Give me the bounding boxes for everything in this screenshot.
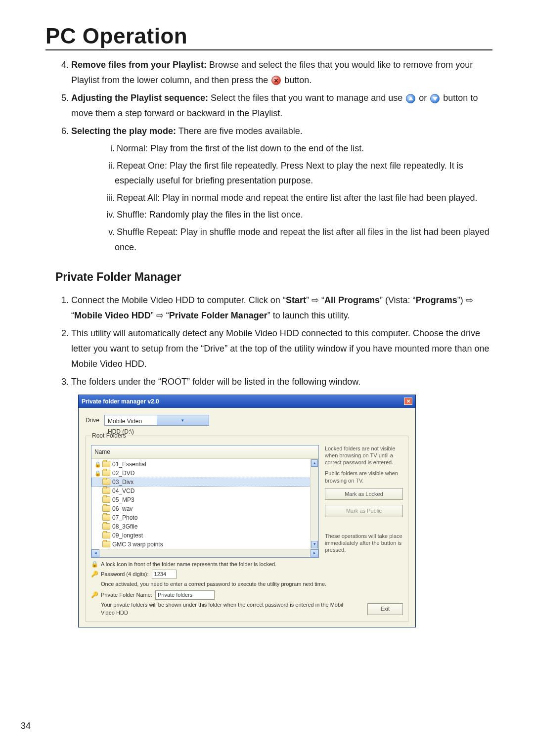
bold: Programs xyxy=(416,295,457,305)
text: Shuffle: Randomly play the files in the … xyxy=(117,210,303,220)
folder-icon xyxy=(102,505,110,512)
app-window: Private folder manager v2.0 ✕ Drive Mobi… xyxy=(78,395,416,627)
window-title: Private folder manager v2.0 xyxy=(82,397,159,406)
remove-icon xyxy=(271,76,281,85)
scroll-down-icon[interactable]: ▾ xyxy=(311,541,318,548)
info-text: Locked folders are not visible when brow… xyxy=(325,445,403,466)
text: or xyxy=(416,93,429,103)
folder-icon xyxy=(102,496,110,503)
title-divider xyxy=(45,49,492,50)
sub-item: v.Shuffle Repeat: Play in shuffle mode a… xyxy=(100,224,492,255)
mark-locked-button[interactable]: Mark as Locked xyxy=(325,488,403,500)
private-folder-input[interactable]: Private folders xyxy=(155,590,215,600)
table-row[interactable]: 🔒02_DVD xyxy=(91,469,318,478)
chevron-down-icon[interactable]: ▾ xyxy=(157,415,209,425)
root-folders-legend: Root Folders xyxy=(91,431,127,441)
move-down-icon xyxy=(430,94,440,103)
column-name: Name xyxy=(94,447,110,457)
folder-icon xyxy=(102,541,110,547)
text: Repeat One: Play the first file repeated… xyxy=(115,161,463,186)
text: ” to launch this utility. xyxy=(267,311,350,320)
folder-list[interactable]: Name 🔒01_Essential🔒02_DVD03_Divx04_VCD05… xyxy=(91,445,319,558)
vertical-scrollbar[interactable]: ▴ ▾ xyxy=(310,459,318,549)
list-item: Connect the Mobile Video HDD to computer… xyxy=(71,293,492,323)
close-icon[interactable]: ✕ xyxy=(404,398,412,405)
scroll-left-icon[interactable]: ◂ xyxy=(91,549,99,557)
roman: v. xyxy=(100,224,115,240)
folder-icon xyxy=(102,532,110,538)
item-heading: Remove files from your Playlist: xyxy=(71,60,207,70)
list-item: This utility will automatically detect a… xyxy=(71,326,492,371)
roman: iv. xyxy=(100,207,115,222)
scroll-right-icon[interactable]: ▸ xyxy=(311,549,318,557)
password-label: Password (4 digits): xyxy=(101,571,149,578)
text: ” ⇨ “ xyxy=(151,311,169,320)
window-titlebar[interactable]: Private folder manager v2.0 ✕ xyxy=(79,395,415,408)
move-up-icon xyxy=(406,94,415,103)
scroll-up-icon[interactable]: ▴ xyxy=(311,459,318,467)
private-folder-label: Private Folder Name: xyxy=(101,591,152,599)
text: ” ⇨ “ xyxy=(306,295,324,305)
folder-icon xyxy=(102,479,110,485)
page-title: PC Operation xyxy=(45,24,492,48)
text: Repeat All: Play in normal mode and repe… xyxy=(117,193,477,203)
text: Connect the Mobile Video HDD to computer… xyxy=(71,295,286,305)
table-row[interactable]: 03_Divx xyxy=(91,478,318,487)
page-number: 34 xyxy=(21,721,31,731)
horizontal-scrollbar[interactable]: ◂ ▸ xyxy=(91,549,318,557)
drive-label: Drive xyxy=(86,415,99,425)
mark-public-button[interactable]: Mark as Public xyxy=(325,505,403,517)
table-row[interactable]: GMC 3 warp points xyxy=(91,540,318,549)
info-text: Once activated, you need to enter a corr… xyxy=(101,580,403,588)
password-input[interactable]: 1234 xyxy=(152,570,177,579)
drive-select[interactable]: Mobile Video HDD (D:\) ▾ xyxy=(104,415,209,426)
bold: Mobile Video HDD xyxy=(74,311,151,320)
section-heading: Private Folder Manager xyxy=(55,267,492,287)
list-item: Selecting the play mode: There are five … xyxy=(71,124,492,255)
folder-icon xyxy=(102,523,110,530)
text: Shuffle Repeat: Play in shuffle mode and… xyxy=(115,227,490,252)
text: This utility will automatically detect a… xyxy=(71,328,489,368)
folder-icon xyxy=(102,488,110,494)
roman: iii. xyxy=(100,190,115,206)
sub-item: i.Normal: Play from the first of the lis… xyxy=(100,141,492,156)
bold: Private Folder Manager xyxy=(169,311,267,320)
table-row[interactable]: 08_3Gfile xyxy=(91,522,318,531)
item-heading: Selecting the play mode: xyxy=(71,126,176,136)
text: Normal: Play from the first of the list … xyxy=(117,143,364,153)
list-item: Remove files from your Playlist: Browse … xyxy=(71,57,492,88)
key-icon: 🔑 xyxy=(91,571,98,578)
drive-value: Mobile Video HDD (D:\) xyxy=(105,415,157,425)
text: There are five modes available. xyxy=(176,126,303,136)
key-icon: 🔑 xyxy=(91,591,98,598)
text: button. xyxy=(282,75,312,85)
table-row[interactable]: 04_VCD xyxy=(91,487,318,495)
info-text: Public folders are visible when browsing… xyxy=(325,470,403,484)
info-text: These operations will take place immedia… xyxy=(325,533,403,554)
folder-name: Other files xyxy=(112,548,315,549)
sub-item: ii.Repeat One: Play the first file repea… xyxy=(100,158,492,188)
folder-name: GMC 3 warp points xyxy=(112,539,315,549)
folder-icon xyxy=(102,470,110,476)
bold: Start xyxy=(286,295,306,305)
exit-button[interactable]: Exit xyxy=(367,603,403,615)
lock-icon: 🔒 xyxy=(94,469,100,478)
sub-item: iv.Shuffle: Randomly play the files in t… xyxy=(100,207,492,222)
roman: i. xyxy=(100,141,115,156)
text: The folders under the “ROOT” folder will… xyxy=(71,377,360,387)
item-heading: Adjusting the Playlist sequence: xyxy=(71,93,208,103)
table-row[interactable]: 🔒01_Essential xyxy=(91,460,318,469)
roman: ii. xyxy=(100,158,115,174)
lock-icon: 🔒 xyxy=(94,460,100,469)
table-row[interactable]: 06_wav xyxy=(91,504,318,513)
text: ” (Vista: “ xyxy=(380,295,416,305)
list-item: Adjusting the Playlist sequence: Select … xyxy=(71,90,492,121)
table-row[interactable]: 09_longtest xyxy=(91,531,318,540)
list-item: The folders under the “ROOT” folder will… xyxy=(71,374,492,390)
bold: All Programs xyxy=(324,295,380,305)
folder-icon xyxy=(102,461,110,467)
sub-item: iii.Repeat All: Play in normal mode and … xyxy=(100,190,492,206)
table-row[interactable]: 07_Photo xyxy=(91,513,318,522)
info-text: Your private folders will be shown under… xyxy=(101,601,344,617)
table-row[interactable]: 05_MP3 xyxy=(91,495,318,504)
